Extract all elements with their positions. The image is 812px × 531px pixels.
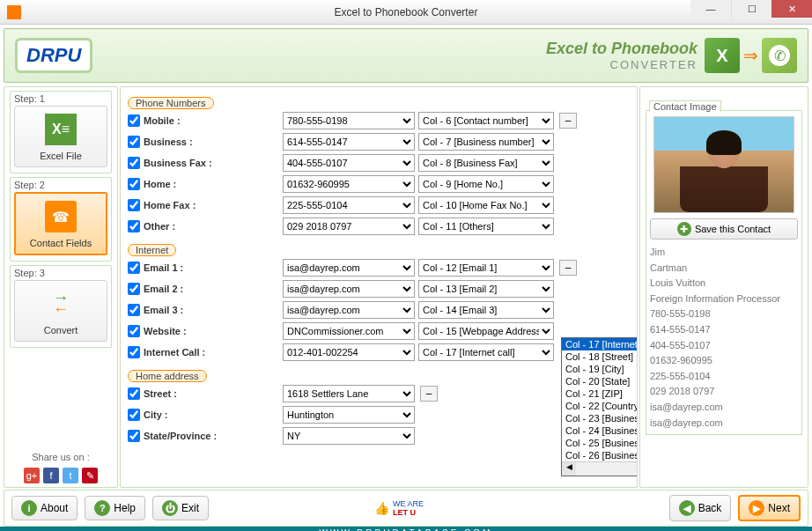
value-select[interactable]: 614-555-0147 (283, 133, 415, 151)
about-button[interactable]: iAbout (11, 496, 78, 520)
facebook-icon[interactable]: f (43, 468, 59, 483)
legend-internet: Internet (128, 244, 176, 256)
step-excel-file[interactable]: X≡ Excel File (14, 106, 107, 167)
exit-button[interactable]: ⏻Exit (152, 496, 209, 520)
contact-info-line: 404-555-0107 (650, 338, 798, 354)
dropdown-option[interactable]: Col - 25 [Business State] (562, 437, 638, 449)
field-label: Website : (144, 326, 249, 336)
column-select[interactable]: Col - 6 [Contact number] (418, 112, 554, 129)
field-row: Business Fax :404-555-0107Col - 8 [Busin… (128, 153, 630, 173)
remove-button[interactable]: – (420, 386, 438, 402)
value-select[interactable]: 01632-960995 (283, 175, 415, 193)
column-select[interactable]: Col - 7 [Business number] (418, 133, 554, 151)
column-select[interactable]: Col - 8 [Business Fax] (418, 154, 554, 172)
field-checkbox[interactable] (128, 387, 140, 400)
field-row: Home Fax :225-555-0104Col - 10 [Home Fax… (128, 195, 630, 215)
twitter-icon[interactable]: t (63, 468, 78, 483)
column-select[interactable]: Col - 17 [Internet call] (418, 343, 554, 361)
field-checkbox[interactable] (128, 304, 140, 316)
save-icon: ✚ (677, 222, 691, 236)
value-select[interactable]: 029 2018 0797 (283, 218, 415, 235)
dropdown-option[interactable]: Col - 22 [Country] (562, 400, 638, 412)
value-select[interactable]: 1618 Settlers Lane (283, 385, 415, 402)
power-icon: ⏻ (162, 500, 178, 516)
field-checkbox[interactable] (128, 346, 140, 358)
remove-button[interactable]: – (559, 260, 577, 276)
field-checkbox[interactable] (128, 325, 140, 337)
help-button[interactable]: ?Help (85, 496, 145, 520)
dropdown-option[interactable]: Col - 19 [City] (562, 363, 638, 375)
dropdown-option[interactable]: Col - 21 [ZIP] (562, 387, 638, 400)
field-row: Email 3 :isa@dayrep.comCol - 14 [Email 3… (128, 300, 630, 320)
value-select[interactable]: DNCommissioner.com (283, 322, 415, 340)
contact-info-line: Cartman (650, 261, 798, 277)
footer: WWW.DRPUDATABASE.COM (0, 527, 812, 531)
value-select[interactable]: isa@dayrep.com (283, 301, 415, 319)
contact-info-line: 614-555-0147 (650, 322, 798, 338)
contact-info-line: isa@dayrep.com (650, 400, 798, 416)
contact-info-line: 029 2018 0797 (650, 384, 798, 400)
field-label: Home : (144, 179, 249, 189)
maximize-button[interactable]: ☐ (731, 0, 771, 18)
value-select[interactable]: NY (283, 427, 415, 445)
field-row: Email 1 :isa@dayrep.comCol - 12 [Email 1… (128, 258, 630, 277)
field-checkbox[interactable] (128, 409, 140, 421)
field-checkbox[interactable] (128, 136, 140, 148)
contact-fields-icon: ☎ (45, 201, 77, 232)
dropdown-option[interactable]: Col - 23 [Business Street] (562, 412, 638, 424)
dropdown-option[interactable]: Col - 20 [State] (562, 375, 638, 387)
step-convert[interactable]: →← Convert (14, 280, 107, 342)
fieldset-home: Home address Street :1618 Settlers Lane–… (128, 367, 630, 446)
back-button[interactable]: ◀Back (669, 495, 732, 521)
contact-info-line: 780-555-0198 (650, 306, 798, 322)
dropdown-option[interactable]: Col - 24 [Business City] (562, 424, 638, 437)
value-select[interactable]: 404-555-0107 (283, 154, 415, 172)
column-dropdown-open[interactable]: Col - 17 [Internet call]Col - 18 [Street… (561, 337, 638, 476)
field-checkbox[interactable] (128, 199, 140, 211)
column-select[interactable]: Col - 11 [Others] (418, 218, 554, 235)
field-row: Website :DNCommissioner.comCol - 15 [Web… (128, 321, 630, 341)
field-row: State/Province :NY (128, 426, 630, 446)
field-label: Business Fax : (144, 158, 249, 168)
column-select[interactable]: Col - 9 [Home No.] (418, 175, 554, 193)
column-select[interactable]: Col - 12 [Email 1] (418, 259, 554, 277)
value-select[interactable]: 780-555-0198 (283, 112, 415, 129)
value-select[interactable]: 225-555-0104 (283, 196, 415, 214)
field-checkbox[interactable] (128, 157, 140, 169)
next-button[interactable]: ▶Next (738, 495, 801, 521)
field-checkbox[interactable] (128, 283, 140, 295)
contact-image-label: Contact Image (649, 100, 721, 112)
contact-info: JimCartmanLouis VuittonForeign Informati… (650, 245, 798, 431)
pinterest-icon[interactable]: ✎ (82, 468, 98, 483)
value-select[interactable]: isa@dayrep.com (283, 259, 415, 277)
googleplus-icon[interactable]: g+ (24, 468, 40, 483)
excel-icon: X (705, 38, 740, 73)
dropdown-hscroll[interactable]: ◀▶ (562, 461, 638, 476)
dropdown-option[interactable]: Col - 26 [Business ZIP] (562, 449, 638, 461)
save-contact-button[interactable]: ✚ Save this Contact (650, 218, 798, 240)
field-label: Email 2 : (144, 284, 249, 294)
value-select[interactable]: Huntington (283, 406, 415, 424)
field-checkbox[interactable] (128, 430, 140, 442)
field-label: Email 1 : (144, 262, 249, 273)
step-contact-fields[interactable]: ☎ Contact Fields (14, 192, 107, 255)
column-select[interactable]: Col - 14 [Email 3] (418, 301, 554, 319)
column-select[interactable]: Col - 10 [Home Fax No.] (418, 196, 554, 214)
field-checkbox[interactable] (128, 262, 140, 274)
column-select[interactable]: Col - 13 [Email 2] (418, 280, 554, 298)
contact-info-line: Jim (650, 245, 798, 261)
remove-button[interactable]: – (559, 113, 577, 129)
field-checkbox[interactable] (128, 220, 140, 232)
fieldset-internet: Internet Email 1 :isa@dayrep.comCol - 12… (128, 241, 630, 362)
dropdown-option[interactable]: Col - 18 [Street] (562, 350, 638, 363)
minimize-button[interactable]: — (690, 0, 731, 18)
dropdown-option[interactable]: Col - 17 [Internet call] (562, 338, 638, 350)
phonebook-icon: ✆ (762, 38, 797, 73)
close-button[interactable]: ✕ (771, 0, 812, 18)
field-checkbox[interactable] (128, 178, 140, 190)
legend-home: Home address (128, 370, 207, 382)
field-checkbox[interactable] (128, 114, 140, 127)
value-select[interactable]: 012-401-002254 (283, 343, 415, 361)
column-select[interactable]: Col - 15 [Webpage Address] (418, 322, 554, 340)
value-select[interactable]: isa@dayrep.com (283, 280, 415, 298)
